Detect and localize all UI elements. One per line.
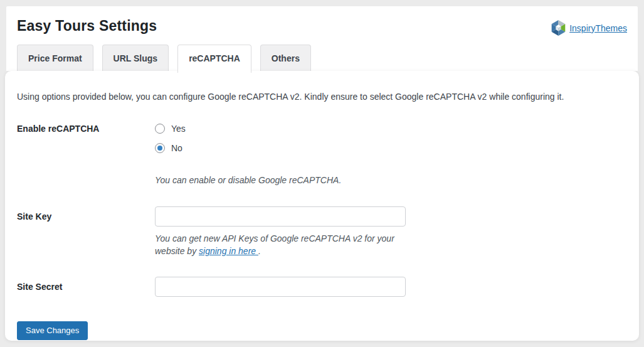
site-secret-label: Site Secret [17,277,155,297]
recaptcha-tab-panel: Using options provided below, you can co… [5,71,639,341]
page-title: Easy Tours Settings [17,18,157,35]
signing-in-here-link[interactable]: signing in here [199,246,258,256]
tab-others[interactable]: Others [260,45,311,71]
save-changes-button[interactable]: Save Changes [17,321,88,340]
settings-header: Easy Tours Settings InspiryThemes Price … [6,6,638,71]
tab-url-slugs[interactable]: URL Slugs [102,45,169,71]
inspirythemes-link[interactable]: InspiryThemes [569,23,627,33]
settings-tabs: Price Format URL Slugs reCAPTCHA Others [17,45,311,71]
site-key-help-text: You can get new API Keys of Google reCAP… [155,233,394,256]
enable-recaptcha-label: Enable reCAPTCHA [17,124,155,186]
site-key-label: Site Key [17,206,155,257]
radio-no-label: No [171,143,182,153]
enable-recaptcha-radio-yes[interactable] [155,124,165,134]
site-key-input[interactable] [155,206,406,227]
site-key-help-suffix: . [258,246,261,256]
enable-recaptcha-help: You can enable or disable Google reCAPTC… [155,174,627,186]
brand-area: InspiryThemes [551,20,627,36]
enable-recaptcha-option-no[interactable]: No [155,143,627,153]
enable-recaptcha-radio-no[interactable] [155,143,165,153]
enable-recaptcha-row: Enable reCAPTCHA Yes No You can enable o… [17,124,627,186]
site-key-row: Site Key You can get new API Keys of Goo… [17,206,627,257]
site-key-help: You can get new API Keys of Google reCAP… [155,232,412,257]
site-secret-input[interactable] [155,277,406,297]
site-secret-row: Site Secret [17,277,627,297]
tab-price-format[interactable]: Price Format [17,45,93,71]
tab-recaptcha[interactable]: reCAPTCHA [177,45,251,73]
inspirythemes-logo-icon [551,20,566,36]
enable-recaptcha-option-yes[interactable]: Yes [155,124,627,134]
recaptcha-description: Using options provided below, you can co… [17,92,627,102]
radio-yes-label: Yes [171,124,186,134]
